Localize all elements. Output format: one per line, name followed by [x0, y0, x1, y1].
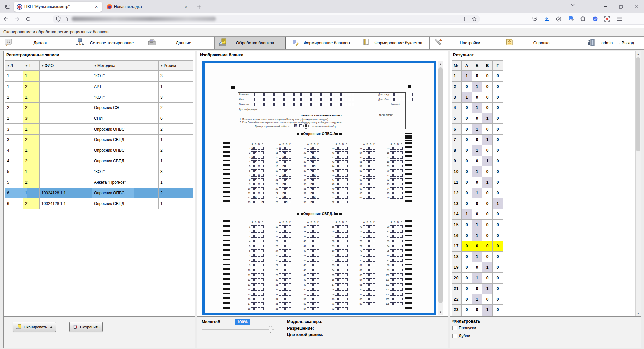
result-row[interactable]: 220100: [452, 294, 503, 305]
record-cell[interactable]: [40, 124, 92, 135]
record-cell[interactable]: 2: [159, 124, 193, 135]
pocket-icon[interactable]: [530, 15, 539, 23]
record-cell[interactable]: [40, 145, 92, 156]
tab-data[interactable]: Данные: [143, 37, 215, 49]
records-column-header[interactable]: ▼Л: [5, 61, 23, 71]
record-cell[interactable]: 1: [159, 177, 193, 188]
browser-tab-2[interactable]: Новая вкладка ✕: [104, 2, 192, 12]
record-cell[interactable]: 2: [159, 145, 193, 156]
record-cell[interactable]: Опросник СВПД: [92, 135, 159, 145]
scroll-down-icon[interactable]: ▼: [636, 311, 641, 316]
tab-exit[interactable]: admin - Выход: [573, 37, 644, 49]
record-cell[interactable]: "КОТ": [92, 71, 159, 82]
record-cell[interactable]: 2: [23, 135, 40, 145]
record-row[interactable]: 11"КОТ"3: [5, 71, 193, 82]
record-row[interactable]: 31Опросник ОПВС2: [5, 124, 193, 135]
record-cell[interactable]: 3: [5, 124, 23, 135]
tab-form-generation[interactable]: Формирование бланков: [286, 37, 358, 49]
record-cell[interactable]: Опросник СВПД: [92, 156, 159, 166]
record-cell[interactable]: 3: [5, 135, 23, 145]
record-cell[interactable]: [40, 81, 92, 92]
scroll-down-icon[interactable]: ▼: [438, 309, 443, 315]
record-row[interactable]: 51"КОТ"3: [5, 166, 193, 177]
record-cell[interactable]: 4: [5, 145, 23, 156]
zoom-value[interactable]: 100%: [235, 319, 250, 325]
result-row[interactable]: 160100: [452, 230, 503, 241]
record-cell[interactable]: 6: [159, 113, 193, 124]
record-cell[interactable]: 1: [23, 166, 40, 177]
record-cell[interactable]: Опросник ОПВС: [92, 145, 159, 156]
record-cell[interactable]: 5: [5, 177, 23, 188]
record-cell[interactable]: 2: [5, 103, 23, 113]
record-row[interactable]: 12АРТ1: [5, 81, 193, 92]
record-cell[interactable]: 1: [159, 198, 193, 209]
result-row[interactable]: 170000: [452, 241, 503, 252]
record-cell[interactable]: 2: [5, 92, 23, 103]
record-row[interactable]: 6210024128 1 1Опросник СВПД1: [5, 198, 193, 209]
record-cell[interactable]: Опросник СЭ: [92, 103, 159, 113]
tab-form-processing[interactable]: Обработка бланков: [215, 37, 286, 49]
result-scrollbar[interactable]: ▲ ▼: [635, 51, 641, 316]
result-row[interactable]: 60100: [452, 124, 503, 135]
record-row[interactable]: 6110024128 1 1Опросник ОПВС2: [5, 188, 193, 198]
result-row[interactable]: 50010: [452, 113, 503, 124]
record-cell[interactable]: 6: [5, 188, 23, 198]
extension-icon[interactable]: [579, 15, 587, 23]
filter-skips[interactable]: Пропуски: [452, 326, 476, 330]
scan-button[interactable]: Сканировать: [13, 322, 56, 332]
save-button[interactable]: Сохранить: [69, 322, 103, 332]
result-row[interactable]: 70010: [452, 135, 503, 145]
record-cell[interactable]: 10024128 1 1: [40, 188, 92, 198]
list-tabs-icon[interactable]: [568, 0, 578, 10]
zoom-slider-thumb[interactable]: [269, 326, 272, 333]
back-button[interactable]: [1, 15, 11, 23]
record-cell[interactable]: 2: [23, 156, 40, 166]
records-column-header[interactable]: ▼ФИО: [40, 61, 92, 71]
checkbox-icon[interactable]: [452, 326, 457, 330]
record-cell[interactable]: "КОТ": [92, 166, 159, 177]
record-row[interactable]: 21"КОТ"3: [5, 92, 193, 103]
forward-button[interactable]: [12, 15, 22, 23]
record-cell[interactable]: 3: [159, 92, 193, 103]
result-row[interactable]: 150100: [452, 219, 503, 230]
downloads-icon[interactable]: [542, 15, 551, 23]
browser-tab-active[interactable]: ψ ПКП "Мультипсихометр" ✕: [14, 2, 102, 12]
record-cell[interactable]: 3: [159, 166, 193, 177]
record-cell[interactable]: [40, 92, 92, 103]
record-cell[interactable]: [40, 177, 92, 188]
checkbox-icon[interactable]: [452, 334, 457, 338]
record-cell[interactable]: 1: [23, 188, 40, 198]
menu-icon[interactable]: [615, 15, 624, 23]
result-row[interactable]: 20100: [452, 81, 503, 92]
image-scrollbar[interactable]: ▲ ▼: [438, 61, 443, 315]
scroll-up-icon[interactable]: ▲: [438, 61, 443, 67]
close-tab-icon[interactable]: ✕: [183, 4, 189, 10]
record-cell[interactable]: 1: [159, 81, 193, 92]
close-window-button[interactable]: [629, 0, 644, 13]
record-cell[interactable]: 2: [159, 103, 193, 113]
record-cell[interactable]: 1: [5, 81, 23, 92]
record-cell[interactable]: 1: [23, 92, 40, 103]
record-cell[interactable]: 2: [23, 103, 40, 113]
record-cell[interactable]: 4: [5, 156, 23, 166]
record-cell[interactable]: Опросник ОПВС: [92, 124, 159, 135]
scanned-form-image[interactable]: ФамилияИмяОтчествоДоп. информация:Дата р…: [205, 63, 434, 313]
record-cell[interactable]: 1: [23, 71, 40, 82]
record-cell[interactable]: 3: [23, 113, 40, 124]
record-cell[interactable]: [40, 103, 92, 113]
scan-dropdown-arrow-icon[interactable]: [50, 326, 53, 328]
record-cell[interactable]: СПИ: [92, 113, 159, 124]
result-row[interactable]: 11000: [452, 71, 503, 82]
result-row[interactable]: 31000: [452, 92, 503, 103]
record-cell[interactable]: 2: [23, 198, 40, 209]
record-cell[interactable]: Опросник СВПД: [92, 198, 159, 209]
result-row[interactable]: 120100: [452, 188, 503, 198]
record-row[interactable]: 42Опросник СВПД1: [5, 156, 193, 166]
records-column-header[interactable]: ▼Методика: [92, 61, 159, 71]
tab-booklet-generation[interactable]: Формирование буклетов: [358, 37, 429, 49]
firefox-view-icon[interactable]: [3, 2, 13, 11]
result-row[interactable]: 90010: [452, 156, 503, 166]
result-row[interactable]: 80100: [452, 145, 503, 156]
record-cell[interactable]: 1: [159, 156, 193, 166]
reload-button[interactable]: [23, 15, 33, 23]
